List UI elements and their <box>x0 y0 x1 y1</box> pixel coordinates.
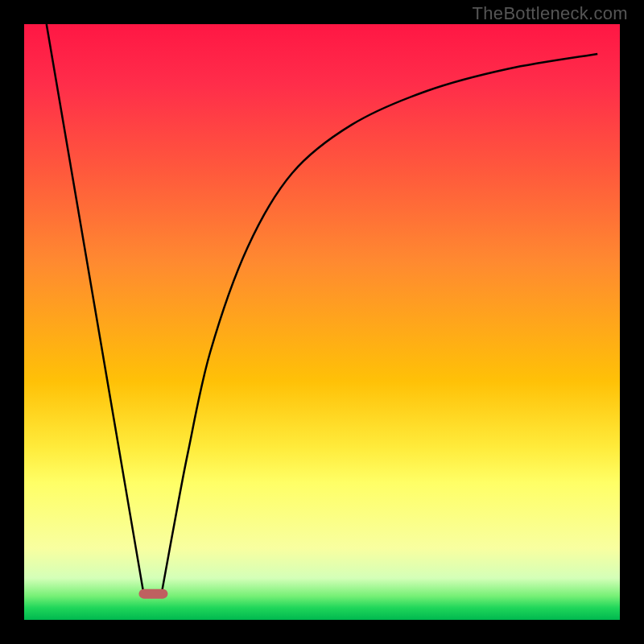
chart-border-right <box>620 0 644 644</box>
chart-plot-area <box>24 24 620 620</box>
chart-container: TheBottleneck.com <box>0 0 644 644</box>
watermark-label: TheBottleneck.com <box>473 3 628 24</box>
chart-border-left <box>0 0 24 644</box>
chart-border-bottom <box>0 620 644 644</box>
